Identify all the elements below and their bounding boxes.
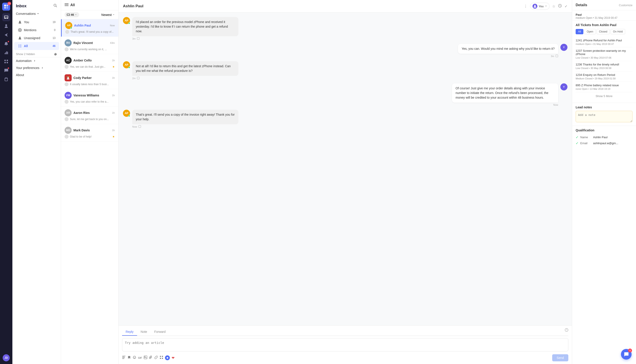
- all-tickets-title: All Tickets from Ashlin Paul: [576, 23, 632, 27]
- heart-icon[interactable]: ❤: [172, 356, 174, 360]
- conv-name-aaron: Aaron Ries: [74, 111, 110, 114]
- emoji-icon[interactable]: [133, 356, 136, 360]
- notification-nav-icon[interactable]: [2, 40, 10, 48]
- conv-avatar-rajiv: RV: [64, 39, 72, 46]
- apps-nav-icon[interactable]: [2, 58, 10, 66]
- svg-point-13: [18, 45, 20, 46]
- svg-rect-34: [122, 358, 124, 359]
- ticket-item-1236[interactable]: 1236 Thanks for the timely refund! Low C…: [576, 61, 632, 72]
- msg-receipt-icon-5: [138, 125, 141, 128]
- send-nav-icon[interactable]: [2, 31, 10, 39]
- nav-item-all[interactable]: All 46: [14, 42, 59, 50]
- reply-toolbar: GIF ❤ Send: [122, 354, 568, 361]
- your-preferences-item[interactable]: Your preferences: [12, 64, 61, 72]
- chat-widget[interactable]: 4: [621, 349, 632, 360]
- sort-chevron-icon: [112, 14, 115, 16]
- about-item[interactable]: About: [12, 72, 61, 78]
- star-tool-icon[interactable]: [165, 356, 170, 360]
- format-icon[interactable]: [122, 356, 126, 360]
- conv-count-badge[interactable]: 46: [64, 12, 79, 17]
- svg-point-23: [534, 5, 536, 6]
- chat-messages: AP I'd placed an order for the previous …: [118, 12, 572, 325]
- svg-point-15: [18, 46, 20, 47]
- gif-icon[interactable]: GIF: [138, 356, 142, 359]
- clock-icon[interactable]: [558, 4, 562, 8]
- assigned-agent[interactable]: You: [530, 3, 550, 10]
- left-panel-title: Inbox: [16, 4, 26, 8]
- conv-time-mark: 1h: [112, 129, 115, 132]
- ticket-title-1241: 1241 zPhone Refund for Ashlin Paul: [576, 39, 632, 42]
- contacts-nav-icon[interactable]: [2, 22, 10, 30]
- help-icon[interactable]: ?: [565, 328, 568, 336]
- conv-item-mark[interactable]: MD Mark Davis 1h Glad to be of help! ★: [61, 124, 118, 142]
- conv-item-vanessa[interactable]: VW Vanessa Williams 1h Yes, you can also…: [61, 89, 118, 106]
- svg-rect-5: [7, 60, 8, 61]
- ticket-tab-closed[interactable]: Closed: [597, 29, 610, 34]
- conv-time-rajiv: 43m: [110, 42, 115, 44]
- image-icon[interactable]: [144, 356, 147, 360]
- user-avatar[interactable]: JD: [3, 354, 10, 361]
- conv-item-ashlin-paul[interactable]: AP Ashlin Paul Now That's great. I'll se…: [61, 19, 118, 37]
- ticket-item-1241[interactable]: 1241 zPhone Refund for Ashlin Paul mediu…: [576, 37, 632, 47]
- you-icon: [18, 20, 22, 24]
- app-logo[interactable]: 19: [2, 3, 10, 10]
- reply-tab-note[interactable]: Note: [137, 328, 151, 336]
- message-2: Yes, you can. Would you mind me asking w…: [123, 44, 568, 58]
- msg-time-4: Now: [553, 104, 558, 106]
- search-icon[interactable]: [53, 4, 57, 8]
- conversations-header[interactable]: Conversations: [12, 10, 61, 17]
- check-icon[interactable]: ✓: [564, 4, 568, 8]
- msg-meta-1: 3m: [132, 37, 238, 40]
- reply-tab-forward[interactable]: Forward: [150, 328, 169, 336]
- details-meta: medium Open • 31 May 2019 00:47: [576, 16, 632, 20]
- automation-item[interactable]: Automation: [12, 57, 61, 64]
- chat-nav-icon[interactable]: [2, 66, 10, 74]
- more-options-icon[interactable]: ⋮: [524, 4, 528, 8]
- nav-item-you[interactable]: You 19: [14, 18, 59, 26]
- ticket-item-895[interactable]: 895 Z Phone battery related issue none O…: [576, 82, 632, 92]
- clipboard-nav-icon[interactable]: [2, 75, 10, 83]
- ticket-meta-1234: Medium Closed • 29 May 2019 01:58: [576, 77, 632, 80]
- ticket-item-1237[interactable]: 1237 Screen protection warranty on my zP…: [576, 47, 632, 61]
- lead-notes-title: Lead notes: [576, 106, 632, 109]
- conv-item-rajiv[interactable]: RV Rajiv Vincent 43m We're currently wor…: [61, 37, 118, 54]
- conv-item-aaron[interactable]: AR Aaron Ries 1h Sure, let me get back t…: [61, 106, 118, 124]
- qual-email-row: ✓ Email ashlinpaul.w@gm...: [576, 140, 632, 146]
- msg-bubble-1: I'd placed an order for the previous mod…: [132, 17, 238, 36]
- reports-nav-icon[interactable]: [2, 49, 10, 56]
- reply-input[interactable]: [122, 338, 568, 352]
- lead-notes-input[interactable]: [576, 111, 632, 122]
- conv-time-vanessa: 1h: [112, 94, 115, 97]
- msg-bubble-3: Not at all! I'd like to return this and …: [132, 61, 238, 76]
- paperclip-icon[interactable]: [149, 356, 152, 360]
- nav-item-mentions[interactable]: Mentions 0: [14, 26, 59, 34]
- bookmark-icon[interactable]: [128, 356, 131, 360]
- link-icon[interactable]: [154, 356, 158, 360]
- star-header-icon[interactable]: ☆: [552, 4, 555, 8]
- msg-meta-4: Now: [452, 104, 558, 106]
- conv-item-amber[interactable]: AC Amber Cello 1h Yes, we can do that. J…: [61, 54, 118, 72]
- svg-point-11: [19, 30, 20, 31]
- ticket-tab-onhold[interactable]: On Hold: [610, 29, 625, 34]
- ticket-item-1234[interactable]: 1234 Enquiry on Return Period Medium Clo…: [576, 72, 632, 82]
- conv-sort[interactable]: Newest: [101, 13, 115, 16]
- online-indicator: [70, 27, 72, 29]
- reply-tab-reply[interactable]: Reply: [122, 328, 137, 336]
- msg-bubble-2: Yes, you can. Would you mind me asking w…: [458, 44, 558, 54]
- ticket-tab-open[interactable]: Open: [584, 29, 596, 34]
- show-more-button[interactable]: Show 5 More: [576, 92, 632, 100]
- show-hidden[interactable]: Show 2 hidden: [12, 51, 61, 57]
- conv-avatar-vanessa: VW: [64, 92, 72, 99]
- msg-time-1: 3m: [132, 37, 136, 40]
- conv-preview-avatar-aaron: [64, 117, 68, 121]
- conv-avatar-mark: MD: [64, 127, 72, 134]
- conv-item-cody[interactable]: Cody Parker 1h It usually takes less tha…: [61, 72, 118, 89]
- nav-item-unassigned[interactable]: Unassigned 13: [14, 34, 59, 42]
- inbox-nav-icon[interactable]: [2, 13, 10, 21]
- menu-icon[interactable]: [64, 3, 68, 8]
- chat-widget-icon: [624, 352, 629, 357]
- apps-tool-icon[interactable]: [160, 356, 163, 360]
- ticket-tab-all[interactable]: All: [576, 29, 583, 34]
- send-button[interactable]: Send: [552, 354, 568, 361]
- customize-button[interactable]: Customize: [619, 4, 632, 7]
